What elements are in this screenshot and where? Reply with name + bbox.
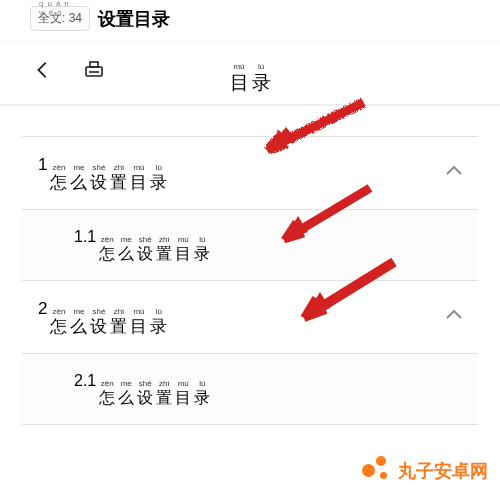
page-header: quán wén 全文: 34 设置目录 [0, 0, 500, 42]
toolbar-title: mù目lù录 [230, 52, 271, 92]
badge-pinyin: quán wén [39, 0, 89, 17]
toc-row-2-1[interactable]: 2.1zěn怎me么shè设zhì置mù目lù录 [22, 354, 478, 425]
toc-row-2[interactable]: 2zěn怎me么shè设zhì置mù目lù录 [22, 281, 478, 354]
chevron-up-icon[interactable] [442, 303, 466, 331]
toc-row-label: 1zěn怎me么shè设zhì置mù目lù录 [34, 155, 167, 191]
watermark-text: 丸子安卓网 [398, 459, 488, 483]
toc-row-label: 1.1zěn怎me么shè设zhì置mù目lù录 [34, 228, 210, 262]
toc-row-1-1[interactable]: 1.1zěn怎me么shè设zhì置mù目lù录 [22, 210, 478, 281]
chevron-up-icon[interactable] [442, 159, 466, 187]
toc-row-label: 2.1zěn怎me么shè设zhì置mù目lù录 [34, 372, 210, 406]
svg-rect-1 [90, 62, 98, 67]
watermark-logo-icon [362, 456, 392, 486]
cropped-title: 设置目录 [98, 7, 170, 31]
fulltext-badge[interactable]: quán wén 全文: 34 [30, 6, 90, 31]
back-icon[interactable] [32, 59, 54, 85]
toc-row-label: 2zěn怎me么shè设zhì置mù目lù录 [34, 299, 167, 335]
toolbar: mù目lù录 [0, 42, 500, 102]
toc-list: 1zěn怎me么shè设zhì置mù目lù录1.1zěn怎me么shè设zhì置… [22, 136, 478, 425]
watermark: 丸子安卓网 [362, 456, 488, 486]
typewriter-icon[interactable] [82, 58, 106, 86]
toc-row-1[interactable]: 1zěn怎me么shè设zhì置mù目lù录 [22, 137, 478, 210]
